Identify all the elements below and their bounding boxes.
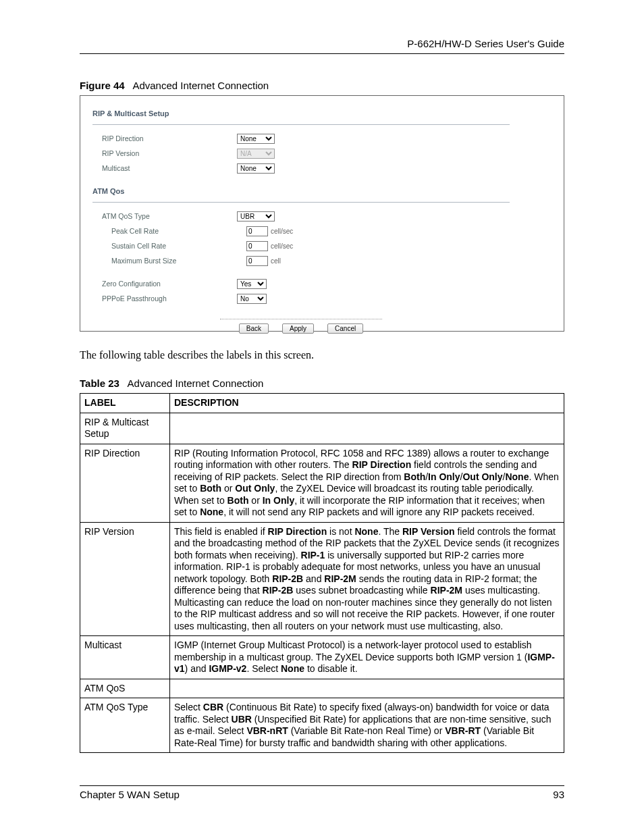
router-config-panel: RIP & Multicast Setup RIP Direction None… bbox=[80, 95, 564, 332]
footer-rule bbox=[80, 785, 564, 786]
label-max-burst-size: Maximum Burst Size bbox=[92, 257, 246, 265]
label-sustain-cell-rate: Sustain Cell Rate bbox=[92, 242, 246, 250]
row-max-burst-size: Maximum Burst Size cell bbox=[92, 254, 510, 267]
cell-label: ATM QoS bbox=[80, 679, 170, 698]
cell-desc: Select CBR (Continuous Bit Rate) to spec… bbox=[170, 698, 564, 753]
input-max-burst-size[interactable] bbox=[246, 256, 268, 266]
back-button[interactable]: Back bbox=[239, 323, 269, 334]
cancel-button[interactable]: Cancel bbox=[327, 323, 363, 334]
table-caption: Table 23 Advanced Internet Connection bbox=[80, 377, 564, 389]
row-rip-direction: RIP Direction None bbox=[92, 132, 510, 145]
footer-page-number: 93 bbox=[553, 789, 564, 800]
cell-desc: RIP (Routing Information Protocol, RFC 1… bbox=[170, 444, 564, 522]
input-peak-cell-rate[interactable] bbox=[246, 226, 268, 236]
select-rip-version: N/A bbox=[237, 149, 275, 159]
table-number: Table 23 bbox=[80, 377, 119, 389]
select-multicast[interactable]: None bbox=[237, 163, 275, 174]
cell-label: RIP & Multicast Setup bbox=[80, 413, 170, 444]
button-row-divider bbox=[220, 319, 382, 319]
cell-label: RIP Direction bbox=[80, 444, 170, 522]
label-zero-config: Zero Configuration bbox=[92, 280, 237, 288]
table-row: RIP & Multicast Setup bbox=[80, 413, 564, 444]
label-multicast: Multicast bbox=[92, 164, 237, 172]
col-header-description: DESCRIPTION bbox=[170, 394, 564, 413]
table-row: ATM QoS bbox=[80, 679, 564, 698]
select-rip-direction[interactable]: None bbox=[237, 134, 275, 144]
row-zero-config: Zero Configuration Yes bbox=[92, 277, 510, 290]
cell-label: ATM QoS Type bbox=[80, 698, 170, 753]
cell-desc: IGMP (Internet Group Multicast Protocol)… bbox=[170, 636, 564, 679]
table-row: Multicast IGMP (Internet Group Multicast… bbox=[80, 636, 564, 679]
unit-sustain: cell/sec bbox=[271, 242, 293, 250]
intro-paragraph: The following table describes the labels… bbox=[80, 349, 564, 361]
footer-chapter: Chapter 5 WAN Setup bbox=[80, 789, 180, 800]
input-sustain-cell-rate[interactable] bbox=[246, 241, 268, 251]
table-row: ATM QoS Type Select CBR (Continuous Bit … bbox=[80, 698, 564, 753]
cell-label: Multicast bbox=[80, 636, 170, 679]
row-atm-qos-type: ATM QoS Type UBR bbox=[92, 209, 510, 223]
row-multicast: Multicast None bbox=[92, 161, 510, 175]
cell-desc bbox=[170, 413, 564, 444]
section-divider bbox=[92, 202, 510, 203]
label-rip-direction: RIP Direction bbox=[92, 134, 237, 142]
label-pppoe-passthrough: PPPoE Passthrough bbox=[92, 294, 237, 303]
label-peak-cell-rate: Peak Cell Rate bbox=[92, 227, 246, 235]
table-row: RIP Direction RIP (Routing Information P… bbox=[80, 444, 564, 522]
figure-number: Figure 44 bbox=[80, 80, 125, 91]
section-rip-multicast: RIP & Multicast Setup bbox=[92, 109, 510, 118]
description-table: LABEL DESCRIPTION RIP & Multicast Setup … bbox=[80, 393, 564, 753]
table-title: Advanced Internet Connection bbox=[128, 377, 264, 389]
header-rule bbox=[80, 53, 564, 54]
select-pppoe-passthrough[interactable]: No bbox=[237, 294, 267, 304]
unit-mbs: cell bbox=[271, 257, 281, 265]
figure-caption: Figure 44 Advanced Internet Connection bbox=[80, 80, 564, 91]
row-peak-cell-rate: Peak Cell Rate cell/sec bbox=[92, 224, 510, 238]
header-guide-title: P-662H/HW-D Series User's Guide bbox=[80, 38, 564, 49]
label-rip-version: RIP Version bbox=[92, 149, 237, 157]
select-zero-config[interactable]: Yes bbox=[237, 279, 267, 289]
label-atm-qos-type: ATM QoS Type bbox=[92, 212, 237, 220]
section-atm-qos: ATM Qos bbox=[92, 187, 510, 195]
unit-peak: cell/sec bbox=[271, 228, 293, 235]
col-header-label: LABEL bbox=[80, 394, 170, 413]
apply-button[interactable]: Apply bbox=[282, 323, 314, 334]
cell-label: RIP Version bbox=[80, 522, 170, 636]
row-pppoe-passthrough: PPPoE Passthrough No bbox=[92, 292, 510, 305]
section-divider bbox=[92, 124, 510, 125]
figure-title: Advanced Internet Connection bbox=[132, 80, 269, 91]
cell-desc bbox=[170, 679, 564, 698]
cell-desc: This field is enabled if RIP Direction i… bbox=[170, 522, 564, 636]
row-sustain-cell-rate: Sustain Cell Rate cell/sec bbox=[92, 239, 510, 253]
select-atm-qos-type[interactable]: UBR bbox=[237, 211, 275, 221]
row-rip-version: RIP Version N/A bbox=[92, 147, 510, 160]
table-row: RIP Version This field is enabled if RIP… bbox=[80, 522, 564, 636]
